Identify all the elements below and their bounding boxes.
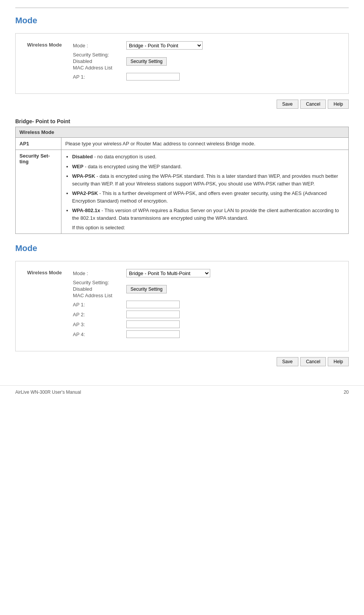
ap2-label-2: AP 2: — [73, 312, 126, 317]
mac-address-list-label-1: MAC Address List — [73, 65, 126, 71]
ap1-label-1: AP 1: — [73, 74, 126, 80]
ap3-label-2: AP 3: — [73, 322, 126, 327]
if-selected-text: If this option is selected: — [65, 225, 345, 230]
help-button-1[interactable]: Help — [328, 100, 349, 109]
wireless-mode-label-1: Wireless Mode — [27, 41, 73, 48]
ap4-input-2[interactable] — [126, 330, 180, 338]
form-fields-1: Mode : Bridge - Ponit To Point Bridge - … — [73, 41, 337, 83]
bullet-wpa-802-bold: WPA-802.1x — [72, 208, 100, 213]
table-header: Wireless Mode — [16, 127, 349, 138]
mode-select-1[interactable]: Bridge - Ponit To Point Bridge - Ponit T… — [126, 41, 203, 50]
ap4-row-2: AP 4: — [73, 330, 337, 338]
bullet-wpa2-psk: WPA2-PSK - This is a further development… — [72, 190, 345, 204]
ap1-cell-label: AP1 — [16, 138, 61, 150]
save-button-1[interactable]: Save — [277, 100, 298, 109]
bullet-wpa2-psk-bold: WPA2-PSK — [72, 190, 98, 196]
save-button-2[interactable]: Save — [277, 357, 298, 366]
bridge-help-table: Wireless Mode AP1 Please type your wirel… — [15, 127, 349, 234]
ap1-input-2[interactable] — [126, 301, 180, 308]
table-row-ap1: AP1 Please type your wireless AP or Rout… — [16, 138, 349, 150]
ap3-row-2: AP 3: — [73, 320, 337, 328]
security-info-1: Security Setting: Disabled MAC Address L… — [73, 52, 126, 71]
bridge-section-title: Bridge- Point to Point — [15, 118, 349, 124]
security-field-col-2: Security Setting: Disabled MAC Address L… — [73, 280, 126, 298]
mode-select-2[interactable]: Bridge - Ponit To Point Bridge - Ponit T… — [126, 269, 210, 277]
bullet-disabled-bold: Disabled — [72, 154, 93, 159]
section1: Mode Wireless Mode Mode : Bridge - Ponit… — [15, 16, 349, 109]
ap1-input-container-1 — [126, 73, 180, 80]
security-cell-label: Security Set-ting — [16, 150, 61, 234]
cancel-button-1[interactable]: Cancel — [300, 100, 326, 109]
bullet-wpa-802: WPA-802.1x - This version of WPA require… — [72, 207, 345, 222]
security-label-bold: Security Set-ting — [19, 153, 50, 164]
ap4-label-2: AP 4: — [73, 332, 126, 337]
security-disabled-label-1: Disabled — [73, 58, 126, 64]
mode-label-1: Mode : — [73, 43, 126, 48]
mode-row-1: Mode : Bridge - Ponit To Point Bridge - … — [73, 41, 337, 50]
ap2-row-2: AP 2: — [73, 311, 337, 318]
help-button-2[interactable]: Help — [328, 357, 349, 366]
security-bullets-list: Disabled - no data encryption is used. W… — [65, 153, 345, 222]
footer-left-text: AirLive WN-300R User's Manual — [15, 390, 81, 395]
mac-address-list-label-2: MAC Address List — [73, 293, 126, 298]
cancel-button-2[interactable]: Cancel — [300, 357, 326, 366]
form-fields-2: Mode : Bridge - Ponit To Point Bridge - … — [73, 269, 337, 340]
button-row-2: Save Cancel Help — [15, 357, 349, 366]
wireless-mode-label-2: Wireless Mode — [27, 269, 73, 275]
bullet-disabled: Disabled - no data encryption is used. — [72, 153, 345, 161]
security-setting-row-2: Security Setting: Disabled MAC Address L… — [73, 280, 337, 298]
section1-title: Mode — [15, 16, 349, 26]
form-row-2: Wireless Mode Mode : Bridge - Ponit To P… — [27, 269, 337, 340]
security-setting-button-2[interactable]: Security Setting — [126, 285, 167, 293]
wireless-mode-form-1: Wireless Mode Mode : Bridge - Ponit To P… — [15, 33, 349, 94]
mode-row-2: Mode : Bridge - Ponit To Point Bridge - … — [73, 269, 337, 277]
section2: Mode Wireless Mode Mode : Bridge - Ponit… — [15, 243, 349, 366]
section2-title: Mode — [15, 243, 349, 253]
ap4-input-container-2 — [126, 330, 180, 338]
security-cell-content: Disabled - no data encryption is used. W… — [61, 150, 349, 234]
ap1-input-container-2 — [126, 301, 180, 308]
footer-page-number: 20 — [344, 390, 349, 395]
ap3-input-2[interactable] — [126, 320, 180, 328]
page-footer: AirLive WN-300R User's Manual 20 — [0, 385, 364, 399]
ap1-row-2: AP 1: — [73, 301, 337, 308]
ap3-input-container-2 — [126, 320, 180, 328]
table-row-security: Security Set-ting Disabled - no data enc… — [16, 150, 349, 234]
security-btn-container-1: Security Setting — [126, 57, 167, 66]
button-row-1: Save Cancel Help — [15, 100, 349, 109]
bullet-wep-bold: WEP — [72, 164, 84, 169]
ap1-row-1: AP 1: — [73, 73, 337, 80]
bridge-help-section: Bridge- Point to Point Wireless Mode AP1… — [15, 118, 349, 234]
ap2-input-2[interactable] — [126, 311, 180, 318]
mode-select-container-1: Bridge - Ponit To Point Bridge - Ponit T… — [126, 41, 203, 50]
mode-label-2: Mode : — [73, 270, 126, 276]
bullet-wpa-psk: WPA-PSK - data is encrypted using the WP… — [72, 172, 345, 187]
ap1-label-2: AP 1: — [73, 302, 126, 308]
security-disabled-label-2: Disabled — [73, 286, 126, 292]
ap1-cell-text: Please type your wireless AP or Router M… — [61, 138, 349, 150]
form-row-1: Wireless Mode Mode : Bridge - Ponit To P… — [27, 41, 337, 83]
security-setting-button-1[interactable]: Security Setting — [126, 57, 167, 66]
bullet-wpa-psk-bold: WPA-PSK — [72, 173, 95, 179]
mode-select-container-2: Bridge - Ponit To Point Bridge - Ponit T… — [126, 269, 210, 277]
security-setting-label-2: Security Setting: — [73, 280, 126, 285]
security-btn-container-2: Security Setting — [126, 285, 167, 293]
wireless-mode-form-2: Wireless Mode Mode : Bridge - Ponit To P… — [15, 261, 349, 351]
ap2-input-container-2 — [126, 311, 180, 318]
security-field-col-1: Security Setting: Disabled MAC Address L… — [73, 52, 126, 71]
ap1-input-1[interactable] — [126, 73, 180, 80]
security-info-2: Security Setting: Disabled MAC Address L… — [73, 280, 126, 298]
top-divider — [15, 8, 349, 8]
security-setting-label-1: Security Setting: — [73, 52, 126, 58]
security-setting-row-1: Security Setting: Disabled MAC Address L… — [73, 52, 337, 71]
bullet-wep: WEP - data is encrypted using the WEP st… — [72, 163, 345, 171]
